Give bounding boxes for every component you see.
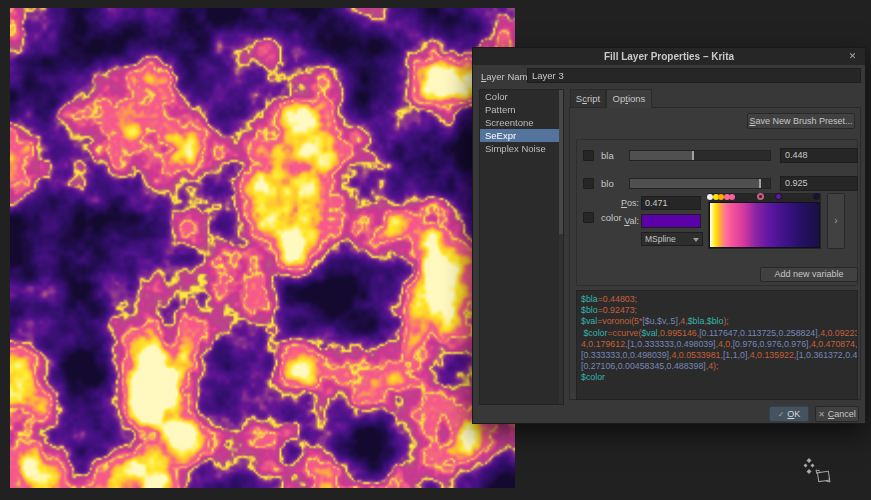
generator-item-simplex-noise[interactable]: Simplex Noise (480, 142, 563, 155)
cancel-button[interactable]: ✕Cancel (815, 406, 859, 422)
blo-slider[interactable] (629, 178, 771, 189)
pos-input[interactable]: 0.471 (641, 196, 701, 210)
x-icon: ✕ (818, 410, 825, 419)
seexpr-script-output[interactable]: $bla=0.44803;$blo=0.92473;$val=voronoi(5… (576, 290, 858, 400)
gradient-stop[interactable] (813, 193, 820, 200)
options-panel: Save New Brush Preset... bla 0.448 blo 0… (569, 107, 861, 400)
ok-button[interactable]: ✓OK (769, 406, 809, 422)
interpolation-value: MSpline (645, 234, 676, 244)
transform-cursor-icon (816, 470, 830, 482)
val-label: Val: (619, 216, 639, 226)
generator-item-screentone[interactable]: Screentone (480, 116, 563, 129)
fill-layer-properties-dialog: Fill Layer Properties – Krita ✕ Layer Na… (472, 47, 866, 424)
blo-checkbox[interactable] (583, 178, 594, 189)
interpolation-combobox[interactable]: MSpline (641, 232, 703, 246)
chevron-down-icon (693, 238, 699, 242)
gradient-stop[interactable] (757, 193, 764, 200)
tool-cursor (803, 458, 839, 488)
check-icon: ✓ (778, 410, 785, 419)
bla-value-input[interactable]: 0.448 (780, 148, 858, 163)
blo-label: blo (601, 178, 614, 189)
bla-slider[interactable] (629, 150, 771, 161)
tab-options[interactable]: Options (606, 89, 652, 108)
generator-item-seexpr[interactable]: SeExpr (480, 129, 563, 142)
gradient-stop[interactable] (775, 193, 782, 200)
val-color-swatch[interactable] (641, 214, 701, 228)
canvas-layer-preview[interactable] (10, 8, 515, 488)
variables-groupbox: bla 0.448 blo 0.925 color Pos: 0.471 Val… (576, 139, 858, 286)
gradient-ramp[interactable] (709, 202, 820, 248)
color-checkbox[interactable] (583, 212, 594, 223)
pos-label: Pos: (619, 198, 639, 208)
list-scrollbar[interactable] (559, 90, 563, 404)
generator-item-color[interactable]: Color (480, 90, 563, 103)
dialog-title: Fill Layer Properties – Krita (604, 51, 734, 62)
save-new-brush-preset-button[interactable]: Save New Brush Preset... (747, 113, 855, 129)
blo-slider-handle[interactable] (759, 179, 761, 188)
add-new-variable-button[interactable]: Add new variable (760, 267, 858, 282)
generator-item-pattern[interactable]: Pattern (480, 103, 563, 116)
gradient-editor[interactable] (708, 193, 821, 249)
gradient-stop[interactable] (729, 194, 735, 200)
bla-checkbox[interactable] (583, 150, 594, 161)
generator-list: Color Pattern Screentone SeExpr Simplex … (479, 89, 564, 405)
layer-name-input[interactable]: Layer 3 (527, 68, 861, 83)
blo-value-input[interactable]: 0.925 (780, 176, 858, 191)
gradient-expand-button[interactable]: › (827, 193, 845, 249)
tab-script[interactable]: Script (570, 89, 606, 108)
bla-label: bla (601, 150, 614, 161)
bla-slider-handle[interactable] (692, 151, 694, 160)
dialog-titlebar[interactable]: Fill Layer Properties – Krita ✕ (473, 48, 865, 65)
close-icon[interactable]: ✕ (846, 50, 859, 63)
gradient-stop-dots[interactable] (709, 193, 820, 202)
move-cursor-icon (804, 458, 815, 474)
